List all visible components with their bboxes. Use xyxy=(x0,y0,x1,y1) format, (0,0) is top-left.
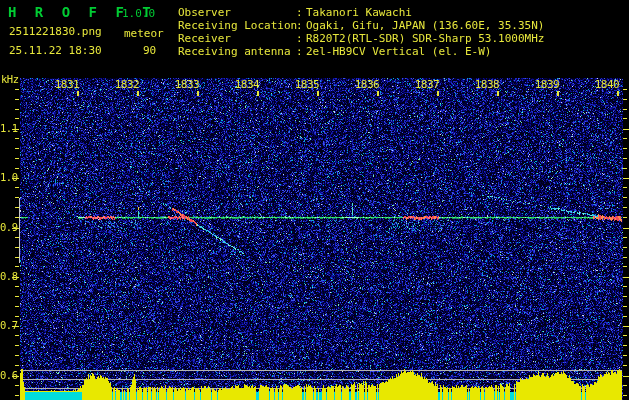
info-label: Receiving antenna xyxy=(178,46,296,57)
freq-tick-label: 1.1 xyxy=(0,123,16,134)
datetime-label: 25.11.22 18:30 xyxy=(9,45,102,56)
info-value: Takanori Kawachi xyxy=(306,6,412,19)
meteor-count: 90 xyxy=(143,45,156,56)
info-row: Observer:Takanori Kawachi xyxy=(178,7,412,18)
time-tick-label: 1839 xyxy=(531,79,563,90)
output-filename: 2511221830.png xyxy=(9,26,102,37)
time-tick-label: 1837 xyxy=(411,79,443,90)
time-tick-label: 1831 xyxy=(51,79,83,90)
info-label: Observer xyxy=(178,7,296,18)
info-separator: : xyxy=(296,20,306,31)
time-tick-label: 1836 xyxy=(351,79,383,90)
info-separator: : xyxy=(296,7,306,18)
info-value: 2el-HB9CV Vertical (el. E-W) xyxy=(306,45,491,58)
info-row: Receiving antenna:2el-HB9CV Vertical (el… xyxy=(178,46,491,57)
hrofft-screenshot: H R O F F T 1.0.0 2511221830.png meteor … xyxy=(0,0,629,400)
spectrogram-canvas xyxy=(0,0,629,400)
freq-tick-label: 0.6 xyxy=(0,370,16,381)
info-value: Ogaki, Gifu, JAPAN (136.60E, 35.35N) xyxy=(306,19,544,32)
app-version: 1.0.0 xyxy=(122,8,155,19)
freq-tick-label: 0.9 xyxy=(0,222,16,233)
info-row: Receiver:R820T2(RTL-SDR) SDR-Sharp 53.10… xyxy=(178,33,544,44)
time-tick-label: 1835 xyxy=(291,79,323,90)
time-tick-label: 1840 xyxy=(591,79,623,90)
freq-tick-label: 0.8 xyxy=(0,271,16,282)
info-value: R820T2(RTL-SDR) SDR-Sharp 53.1000MHz xyxy=(306,32,544,45)
mode-label: meteor xyxy=(124,28,164,39)
freq-tick-label: 1.0 xyxy=(0,172,16,183)
info-row: Receiving Location:Ogaki, Gifu, JAPAN (1… xyxy=(178,20,544,31)
time-tick-label: 1832 xyxy=(111,79,143,90)
time-tick-label: 1833 xyxy=(171,79,203,90)
info-separator: : xyxy=(296,33,306,44)
freq-unit-label: kHz xyxy=(1,74,18,85)
info-label: Receiving Location xyxy=(178,20,296,31)
freq-tick-label: 0.7 xyxy=(0,320,16,331)
info-separator: : xyxy=(296,46,306,57)
time-tick-label: 1838 xyxy=(471,79,503,90)
time-tick-label: 1834 xyxy=(231,79,263,90)
info-label: Receiver xyxy=(178,33,296,44)
